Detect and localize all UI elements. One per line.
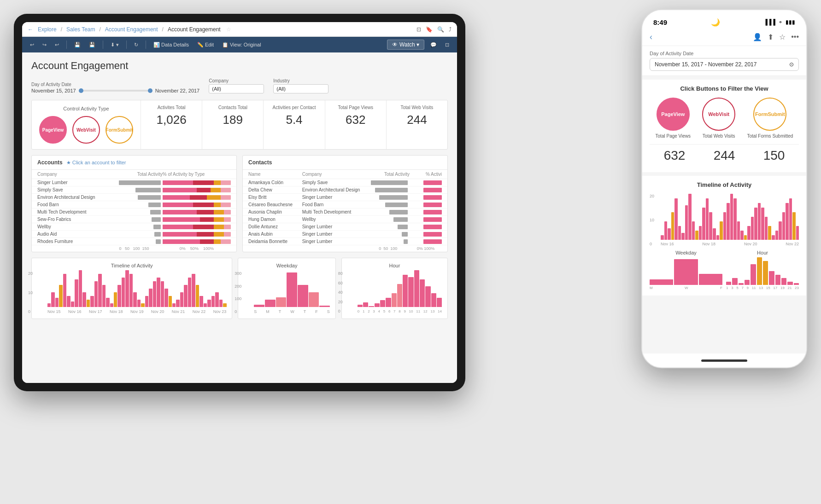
watch-button[interactable]: 👁 Watch ▾	[387, 40, 424, 50]
phone-hour-bar	[732, 278, 737, 285]
phone-pageview-button[interactable]: PageView	[657, 98, 690, 131]
timeline-bar	[90, 296, 94, 307]
breadcrumb-account-engagement[interactable]: Account Engagement	[105, 26, 158, 33]
phone-formsubmit-label: Total Forms Submitted	[747, 133, 793, 139]
view-button[interactable]: 📋 View: Original	[220, 41, 264, 49]
weekday-bar	[298, 285, 308, 307]
more-icon[interactable]: ⊡	[443, 41, 452, 49]
timeline-bar	[137, 300, 141, 307]
account-row[interactable]: Sew-Fro Fabrics	[32, 216, 236, 223]
contact-row[interactable]: Ausonia Chaplin Multi Tech Development	[243, 209, 447, 216]
account-filter-link[interactable]: ★ Click an account to filter	[66, 160, 126, 166]
contact-row[interactable]: Elsy Britt Singer Lumber	[243, 194, 447, 201]
contact-row[interactable]: Deidamia Bonnette Singer Lumber	[243, 238, 447, 245]
tablet-icon[interactable]: ⊡	[416, 26, 421, 33]
phone-hour-bar	[787, 282, 792, 285]
signal-icon: ▐▐▐	[763, 19, 775, 25]
timeline-bar	[94, 281, 98, 307]
phone-star-icon[interactable]: ☆	[779, 33, 786, 41]
company-select[interactable]: (All)	[209, 84, 264, 93]
account-row[interactable]: Audio Aid	[32, 231, 236, 238]
phone-person-icon[interactable]: 👤	[753, 33, 762, 41]
account-row[interactable]: Environ Architectural Design	[32, 194, 236, 201]
phone-timeline-container: 20100 Nov 16Nov 18Nov 20Nov 22	[650, 194, 799, 246]
phone-kpi-values: 632 244 150	[650, 144, 799, 167]
topnav-icons: ⊡ 🔖 🔍 ⤴	[416, 26, 452, 33]
phone-formsubmit-button[interactable]: FormSubmit	[753, 98, 786, 131]
phone-webvisit-button[interactable]: WebVisit	[702, 98, 735, 131]
account-row[interactable]: Simply Save	[32, 186, 236, 194]
date-slider[interactable]	[79, 90, 152, 92]
timeline-bar	[215, 292, 218, 307]
timeline-bar	[207, 300, 211, 307]
account-row[interactable]: Food Barn	[32, 201, 236, 209]
phone-weekday-title: Weekday	[650, 250, 722, 255]
undo2-button[interactable]: ↩	[53, 41, 61, 49]
phone-timeline-bar	[737, 221, 740, 240]
phone-hour-chart: Hour 1357911131517192123	[726, 250, 799, 290]
share-icon[interactable]: ⤴	[449, 26, 452, 33]
formsubmit-button[interactable]: FormSubmit	[106, 116, 133, 144]
breadcrumb-explore[interactable]: Explore	[38, 26, 57, 33]
company-filter-label: Company	[209, 78, 264, 83]
phone-date-filter: Day of Activity Date November 15, 2017 -…	[642, 46, 806, 76]
contact-row[interactable]: Amankaya Colón Simply Save	[243, 179, 447, 186]
account-row[interactable]: Wellby	[32, 223, 236, 231]
account-row[interactable]: Multi Tech Development	[32, 209, 236, 216]
kpi-activities-per-contact: Activities per Contact 5.4	[264, 100, 325, 149]
phone-share-icon[interactable]: ⬆	[768, 33, 774, 41]
phone-hour-title: Hour	[726, 250, 799, 255]
weekday-chart-container: 3002001000 SMTWTFS	[244, 271, 330, 314]
data-details-button[interactable]: 📊 Data Details	[151, 41, 191, 49]
webvisit-button[interactable]: WebVisit	[72, 116, 100, 144]
industry-select[interactable]: (All)	[273, 84, 328, 93]
timeline-bar	[114, 292, 117, 307]
hour-chart	[358, 271, 442, 308]
phone-filter-section: Click Buttons to Filter the View PageVie…	[642, 80, 806, 172]
contact-row[interactable]: Hung Damon Wellby	[243, 216, 447, 223]
hour-title: Hour	[347, 263, 442, 268]
phone-more-icon[interactable]: •••	[791, 33, 799, 41]
hour-bar	[363, 302, 368, 307]
contact-row[interactable]: Delta Chew Environ Architectural Design	[243, 186, 447, 194]
accounts-header: Accounts ★ Click an account to filter	[32, 156, 236, 170]
back-button[interactable]: ←	[28, 26, 33, 33]
phone-weekday-axis: MWF	[650, 286, 722, 290]
timeline-bar	[204, 303, 207, 307]
phone-back-button[interactable]: ‹	[650, 32, 652, 42]
undo-button[interactable]: ↩	[28, 41, 36, 49]
phone-kpi-forms: 150	[763, 148, 785, 163]
weekday-bar	[265, 300, 276, 307]
tablet-shell: ← Explore / Sales Team / Account Engagem…	[14, 14, 465, 391]
contact-row[interactable]: Dollie Antunez Singer Lumber	[243, 223, 447, 231]
weekday-bar	[287, 272, 297, 307]
phone-filter-value[interactable]: November 15, 2017 - November 22, 2017 ⊙	[650, 58, 799, 71]
timeline-bar	[122, 278, 125, 307]
phone-timeline-bar	[733, 198, 737, 240]
pageview-button[interactable]: PageView	[39, 116, 67, 144]
refresh-button[interactable]: ↻	[132, 41, 141, 49]
account-row[interactable]: Singer Lumber	[32, 179, 236, 186]
contact-row[interactable]: Anais Aubin Singer Lumber	[243, 231, 447, 238]
search-icon[interactable]: 🔍	[437, 26, 444, 33]
phone-timeline-title: Timeline of Activity	[650, 181, 799, 188]
breadcrumb-sales-team[interactable]: Sales Team	[66, 26, 95, 33]
date-filter-group: Day of Activity Date November 15, 2017 N…	[31, 82, 199, 93]
save-button[interactable]: 💾	[72, 41, 83, 49]
timeline-bar	[106, 298, 109, 307]
arrow-down-button[interactable]: ⬇ ▾	[108, 41, 121, 49]
phone-timeline-bar	[692, 221, 695, 240]
date-start: November 15, 2017	[31, 88, 76, 93]
timeline-bar	[133, 292, 136, 307]
home-bar	[701, 359, 747, 362]
phone-shell: 8:49 🌙 ▐▐▐ ⚬ ▮▮▮ ‹ 👤 ⬆ ☆ ••• Day of Acti…	[641, 9, 807, 368]
account-row[interactable]: Rhodes Furniture	[32, 238, 236, 245]
bookmark-icon[interactable]: 🔖	[426, 26, 433, 33]
edit-button[interactable]: ✏️ Edit	[195, 41, 216, 49]
contact-row[interactable]: Césareo Beauchesne Food Barn	[243, 201, 447, 209]
breadcrumb-current: Account Engagement	[168, 26, 221, 33]
comment-icon[interactable]: 💬	[428, 41, 439, 49]
save-as-button[interactable]: 💾	[87, 41, 98, 49]
hour-y-axis: 806040200	[338, 271, 343, 313]
redo-button[interactable]: ↪	[40, 41, 49, 49]
